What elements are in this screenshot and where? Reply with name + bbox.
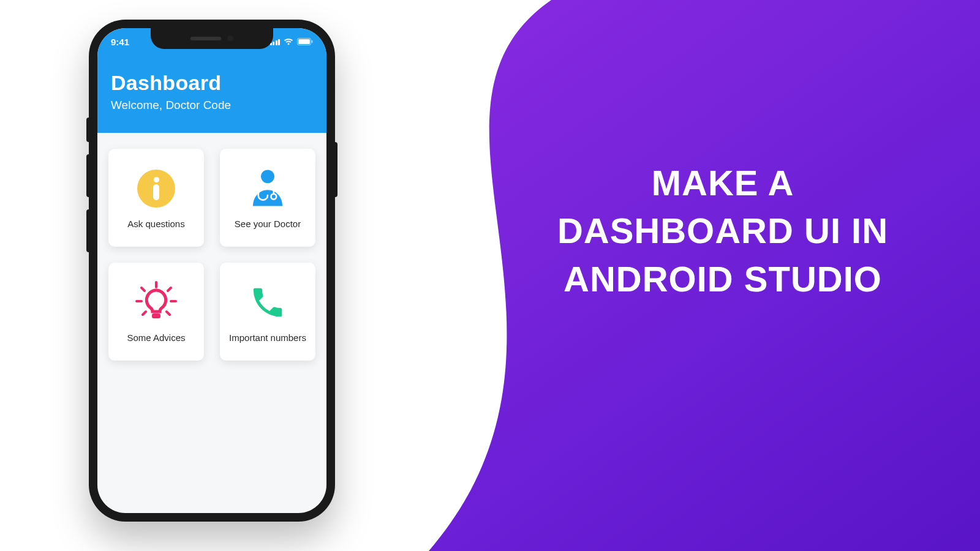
promo-line-2: DASHBOARD UI IN <box>527 207 919 255</box>
status-time: 9:41 <box>111 37 129 47</box>
card-see-doctor[interactable]: See your Doctor <box>220 149 315 247</box>
svg-rect-12 <box>152 313 160 318</box>
phone-notch <box>151 28 273 49</box>
phone-frame: 9:41 Dashboard Welcome, Doctor Code Ask <box>89 20 335 522</box>
card-some-advices[interactable]: Some Advices <box>108 263 204 361</box>
promo-line-1: MAKE A <box>527 159 919 207</box>
lightbulb-icon <box>134 281 178 324</box>
promo-line-3: ANDROID STUDIO <box>527 255 919 303</box>
svg-rect-1 <box>298 39 310 44</box>
svg-point-3 <box>261 170 274 183</box>
battery-icon <box>297 38 313 45</box>
info-icon <box>137 167 175 210</box>
card-label: See your Doctor <box>235 219 301 229</box>
svg-line-6 <box>141 288 145 291</box>
svg-line-7 <box>168 288 171 291</box>
app-header: Dashboard Welcome, Doctor Code <box>97 55 326 133</box>
promo-headline: MAKE A DASHBOARD UI IN ANDROID STUDIO <box>527 159 919 303</box>
card-important-numbers[interactable]: Important numbers <box>220 263 315 361</box>
card-ask-questions[interactable]: Ask questions <box>108 149 204 247</box>
wifi-icon <box>284 38 293 45</box>
svg-line-10 <box>143 312 146 315</box>
svg-line-11 <box>167 312 170 315</box>
phone-screen: 9:41 Dashboard Welcome, Doctor Code Ask <box>97 28 326 513</box>
dashboard-grid: Ask questions <box>97 133 326 377</box>
phone-icon <box>249 281 287 324</box>
page-title: Dashboard <box>111 71 313 95</box>
welcome-text: Welcome, Doctor Code <box>111 99 313 112</box>
doctor-icon <box>246 167 289 210</box>
svg-rect-2 <box>312 40 313 43</box>
card-label: Ask questions <box>127 219 184 229</box>
card-label: Important numbers <box>229 332 306 343</box>
card-label: Some Advices <box>127 332 185 343</box>
